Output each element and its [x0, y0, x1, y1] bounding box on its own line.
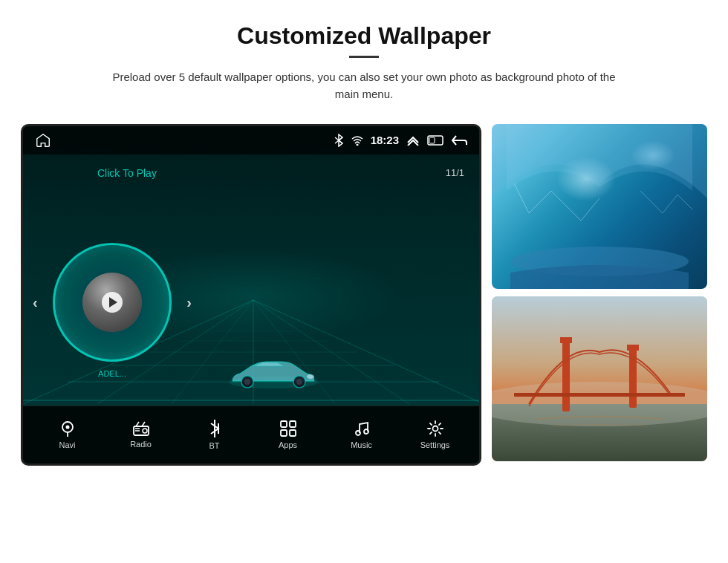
svg-point-2: [356, 143, 358, 146]
wallpaper-thumbnails: [492, 124, 707, 466]
location-icon: [59, 420, 76, 437]
artist-label: ADEL...: [98, 369, 126, 378]
svg-point-36: [432, 426, 438, 432]
svg-rect-43: [560, 337, 572, 343]
nav-item-music[interactable]: Music: [325, 420, 398, 449]
bottom-navigation: Navi Radio: [23, 406, 479, 463]
back-arrow-icon: [451, 134, 467, 146]
status-right: 18:23: [334, 134, 467, 147]
nav-item-radio[interactable]: Radio: [104, 420, 178, 449]
car-svg: [225, 353, 322, 394]
svg-point-20: [244, 379, 250, 385]
status-left: [35, 132, 51, 149]
wallpaper-thumbnail-ice[interactable]: [492, 124, 707, 289]
music-player[interactable]: ‹ › ADEL...: [53, 243, 172, 362]
date-label: 11/1: [446, 167, 464, 178]
bluetooth-status-icon: [334, 134, 344, 147]
page-container: Customized Wallpaper Preload over 5 defa…: [0, 0, 728, 563]
home-icon: [35, 132, 51, 149]
ice-detail: [492, 124, 707, 289]
svg-point-23: [307, 374, 314, 379]
svg-rect-41: [562, 341, 570, 411]
svg-rect-33: [290, 430, 296, 436]
prev-arrow-icon[interactable]: ‹: [33, 293, 38, 310]
svg-point-34: [356, 431, 360, 435]
car-screen: 18:23: [21, 124, 481, 466]
svg-rect-30: [281, 421, 287, 427]
nav-item-navi[interactable]: Navi: [30, 420, 104, 449]
nav-label-radio: Radio: [130, 440, 152, 449]
content-area: 18:23: [30, 124, 698, 466]
signal-icon: [351, 135, 363, 146]
svg-point-40: [492, 382, 707, 426]
apps-icon: [279, 420, 297, 437]
nav-label-bt: BT: [209, 441, 219, 450]
title-section: Customized Wallpaper Preload over 5 defa…: [104, 22, 624, 103]
car-image: [225, 353, 322, 397]
status-bar: 18:23: [23, 126, 479, 154]
bluetooth-nav-icon: [208, 419, 221, 438]
nav-arrows: ‹ ›: [33, 293, 192, 310]
settings-icon: [426, 420, 444, 437]
svg-point-22: [296, 379, 302, 385]
status-time: 18:23: [371, 134, 399, 146]
click-to-play-label: Click To Play: [97, 167, 157, 179]
wallpaper-thumbnail-bridge[interactable]: [492, 296, 707, 461]
title-divider: [349, 56, 379, 58]
music-nav-icon: [353, 420, 371, 437]
window-icon: [427, 135, 443, 146]
page-subtitle: Preload over 5 default wallpaper options…: [104, 68, 624, 103]
svg-rect-31: [290, 421, 296, 427]
radio-icon: [132, 420, 150, 437]
nav-label-settings: Settings: [420, 440, 450, 449]
svg-rect-32: [281, 430, 287, 436]
nav-item-bt[interactable]: BT: [178, 419, 251, 450]
svg-point-35: [364, 429, 368, 434]
nav-label-apps: Apps: [279, 440, 297, 449]
svg-point-27: [143, 429, 147, 433]
nav-label-navi: Navi: [59, 440, 75, 449]
svg-rect-44: [627, 345, 639, 351]
svg-rect-4: [429, 137, 435, 143]
nav-item-apps[interactable]: Apps: [251, 420, 325, 449]
ice-cave-svg: [492, 124, 707, 289]
nav-label-music: Music: [351, 440, 372, 449]
bridge-svg: [492, 296, 707, 461]
music-ring: ‹ ›: [53, 243, 172, 362]
svg-point-25: [65, 426, 69, 429]
up-arrow-icon: [406, 135, 420, 146]
page-title: Customized Wallpaper: [104, 22, 624, 50]
svg-rect-45: [514, 393, 685, 397]
nav-item-settings[interactable]: Settings: [398, 420, 472, 449]
next-arrow-icon[interactable]: ›: [186, 293, 192, 310]
